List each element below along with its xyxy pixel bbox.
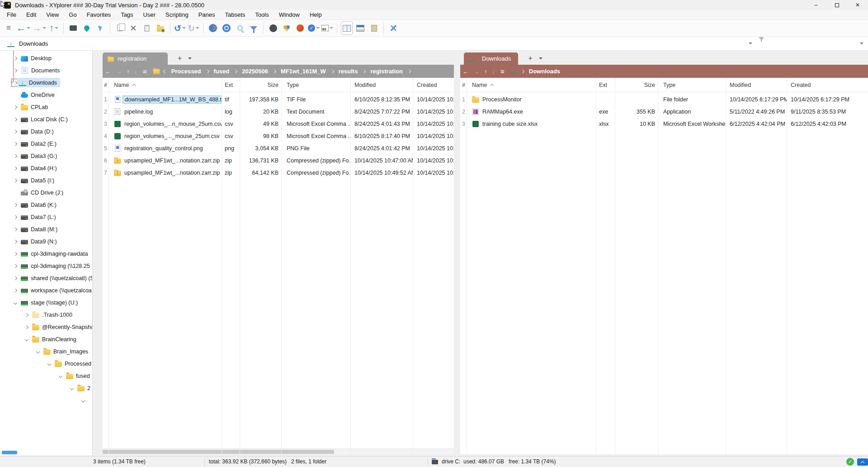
location-pin-icon[interactable] [81,21,93,35]
tree-item-onedrive[interactable]: OneDrive [0,89,92,101]
search-icon[interactable] [221,21,232,35]
dual-pane-horizontal-icon[interactable] [354,21,366,35]
column-header-num[interactable]: # [460,82,467,88]
column-header-size[interactable]: Size [240,82,281,88]
file-name[interactable]: downsampled_MF1...1M_W_BS_488.tif [123,95,222,104]
file-name[interactable]: training cube size.xlsx [482,121,538,127]
menu-item-tags[interactable]: Tags [116,10,138,19]
tools-icon[interactable] [387,21,399,35]
tags-icon[interactable] [294,21,306,35]
file-name[interactable]: registration_quality_control.png [124,145,203,152]
menu-item-scripting[interactable]: Scripting [160,10,193,19]
tree-item-stage-stage-u-[interactable]: stage (\\stage) (U:) [0,296,92,309]
breadcrumb-item-fused[interactable]: fused [214,68,230,75]
chevron-down-icon[interactable] [68,385,75,392]
chevron-right-icon[interactable] [12,140,19,148]
scripts-icon[interactable]: ⁄⁄ [308,21,320,35]
close-button[interactable]: ✕ [847,0,868,10]
tree-item-cd-drive-j-[interactable]: CD Drive (J:) [0,186,92,199]
tree-horizontal-scrollbar[interactable] [2,451,17,454]
breadcrumb-item-downloads[interactable]: Downloads [529,68,560,75]
tree-item--trash-1000[interactable]: .Trash-1000 [0,309,92,321]
tree-item-brainclearing[interactable]: BrainClearing [0,333,92,345]
menu-item-tabsets[interactable]: Tabsets [220,10,250,19]
address-input[interactable]: Downloads [19,40,48,47]
file-name[interactable]: upsampled_MF1wt_...notation.zarr.zip [124,157,220,164]
chevron-right-icon[interactable] [12,152,19,160]
tree-item-blank[interactable] [0,394,92,406]
chevron-right-icon[interactable] [12,287,19,294]
breadcrumb-item-results[interactable]: results [339,68,358,75]
layout-grid-icon[interactable] [321,21,333,35]
back-icon[interactable]: ← [16,21,30,35]
up-icon[interactable]: ↑ [48,21,60,35]
column-header-modified[interactable]: Modified [350,82,413,88]
tree-item-data8-m-[interactable]: Data8 (M:) [0,223,92,235]
tree-item-brain-images[interactable]: Brain_Images [0,345,92,357]
paste-icon[interactable] [141,21,153,35]
breadcrumb-item-registration[interactable]: registration [370,68,403,75]
pane-forward-icon[interactable]: → [116,68,122,75]
tree-item-cplab[interactable]: CPLab [0,101,92,113]
menu-item-file[interactable]: File [2,10,21,19]
tree-item-data9-n-[interactable]: Data9 (N:) [0,235,92,248]
menu-item-panes[interactable]: Panes [193,10,220,19]
file-row[interactable]: 3region_volumes_...n_mouse_25um.csvcsv49… [103,118,454,130]
breadcrumb-overflow-icon[interactable] [163,69,167,73]
single-pane-icon[interactable] [368,21,380,35]
pane-down-icon[interactable]: ↓ [134,68,137,75]
address-bar[interactable]: ↓ Downloads [0,36,868,51]
tree-item-data2-e-[interactable]: Data2 (E:) [0,138,92,150]
pane-menu-icon[interactable]: ≡ [500,67,505,75]
scroll-top-button[interactable] [857,458,868,466]
pane-up-icon[interactable]: ↑ [127,68,130,75]
tree-item-2[interactable]: 2 [0,382,92,394]
file-name[interactable]: RAMMap64.exe [482,109,523,115]
chevron-right-icon[interactable] [23,311,30,319]
menu-item-tools[interactable]: Tools [250,10,274,19]
chevron-down-icon[interactable] [34,348,42,355]
address-filter-icon[interactable] [759,40,764,47]
color-filter-icon[interactable] [281,21,292,35]
tree-item-data4-h-[interactable]: Data4 (H:) [0,162,92,174]
menu-item-go[interactable]: Go [64,10,81,19]
chevron-down-icon[interactable] [23,336,30,343]
tree-item-workspace-quetzalcoa[interactable]: workspace (\\quetzalcoa [0,284,92,296]
file-row[interactable]: 7upsampled_MF1wt_...notation.zarr.zipzip… [103,167,454,179]
tree-item-data5-i-[interactable]: Data5 (I:) [0,174,92,186]
file-row[interactable]: 5registration_quality_control.pngpng3,05… [103,142,454,154]
column-header-created[interactable]: Created [413,82,454,88]
file-row[interactable]: 1downsampled_MF1...1M_W_BS_488.tiftif197… [103,93,454,105]
tree-item-data6-k-[interactable]: Data6 (K:) [0,199,92,211]
tree-item-data3-g-[interactable]: Data3 (G:) [0,150,92,162]
tab-list-dropdown-icon[interactable] [539,57,542,61]
file-name[interactable]: upsampled_MF1wt_...notation.zarr.zip [124,170,220,176]
chevron-right-icon[interactable] [12,250,19,257]
dual-pane-vertical-icon[interactable] [341,21,353,35]
chevron-right-icon[interactable] [12,275,19,282]
chevron-right-icon[interactable] [12,177,19,184]
chevron-right-icon[interactable] [12,104,19,111]
chevron-right-icon[interactable] [12,201,19,209]
chevron-down-icon[interactable] [46,360,53,367]
tree-item--recently-snapsho[interactable]: @Recently-Snapsho [0,321,92,333]
menu-item-view[interactable]: View [41,10,64,19]
breadcrumb-item-mf1wt-161m-w[interactable]: MF1wt_161M_W [281,68,326,75]
column-header-modified[interactable]: Modified [726,82,787,88]
menu-item-help[interactable]: Help [305,10,327,19]
minimize-to-tray-icon[interactable] [67,21,79,35]
pane-back-icon[interactable]: ← [462,68,469,75]
maximize-button[interactable] [826,0,847,10]
new-folder-icon[interactable] [155,21,166,35]
toolbar-menu-icon[interactable]: ≡ [3,21,14,35]
column-header-name[interactable]: Name [467,82,596,88]
jump-icon[interactable] [207,21,219,35]
file-row[interactable]: 2pipeline.loglog20 KBText Document8/24/2… [103,105,454,118]
address-dropdown-icon[interactable] [749,43,752,46]
undo-icon[interactable]: ↺ [174,21,186,35]
chevron-down-icon[interactable] [80,397,87,404]
file-row[interactable]: 3training cube size.xlsxxlsx10 KBMicroso… [460,118,868,130]
chevron-right-icon[interactable] [12,226,19,233]
pane-back-icon[interactable]: ← [105,68,111,75]
file-row[interactable]: 6upsampled_MF1wt_...notation.zarr.zipzip… [103,154,454,167]
